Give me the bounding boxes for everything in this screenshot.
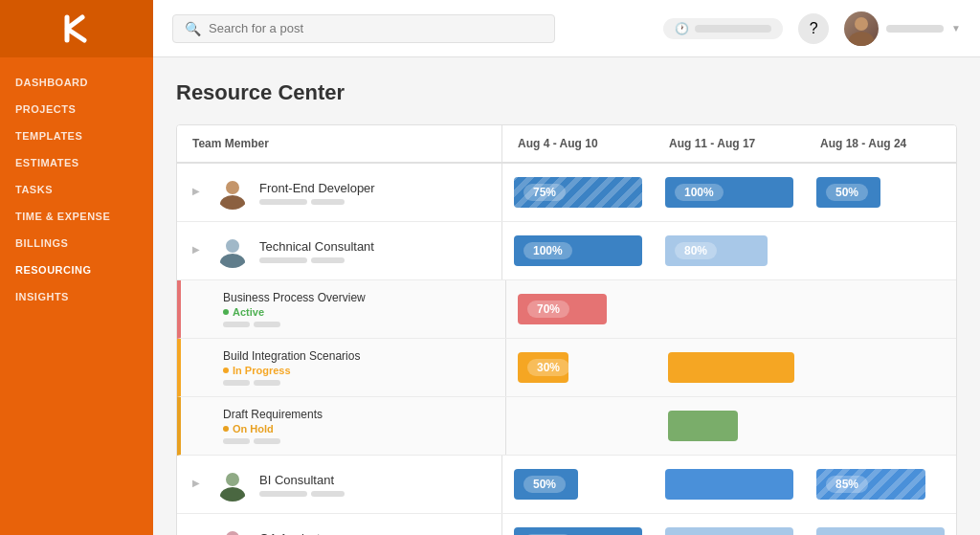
svg-point-3 xyxy=(220,195,245,210)
chevron-down-icon: ▼ xyxy=(951,23,961,33)
question-icon: ? xyxy=(810,20,818,37)
status-badge: In Progress xyxy=(233,365,291,376)
gantt-bar: 85% xyxy=(816,469,925,500)
sidebar-item-estimates[interactable]: ESTIMATES xyxy=(0,149,153,176)
gantt-cell xyxy=(806,280,956,338)
task-sub xyxy=(223,438,490,444)
sidebar-item-templates[interactable]: TEMPLATES xyxy=(0,123,153,149)
member-name: Technical Consultant xyxy=(259,239,486,254)
gantt-bar xyxy=(668,411,738,441)
svg-point-6 xyxy=(226,473,239,486)
status-badge: Active xyxy=(233,306,264,318)
gantt-bar: 50% xyxy=(816,177,880,208)
gantt-cell: 50% xyxy=(805,164,956,221)
task-name: Build Integration Scenarios xyxy=(223,349,490,363)
avatar xyxy=(215,525,250,535)
task-info: Draft RequirementsOn Hold xyxy=(204,408,490,444)
clock-icon: 🕐 xyxy=(675,22,689,35)
pct-badge: 75% xyxy=(523,184,566,201)
sidebar-item-resourcing[interactable]: RESOURCING xyxy=(0,256,153,283)
gantt-cell xyxy=(657,339,807,396)
page-title: Resource Center xyxy=(176,80,957,105)
row-toggle[interactable]: ▶ xyxy=(192,244,206,257)
search-box[interactable]: 🔍 xyxy=(172,14,555,43)
avatar-initials xyxy=(844,11,879,46)
member-cell: ▶Front-End Developer xyxy=(177,164,502,221)
header-cell-1: Aug 4 - Aug 10 xyxy=(502,125,654,162)
gantt-bar: 100% xyxy=(514,527,642,535)
gantt-cell: 80% xyxy=(654,222,805,279)
svg-point-7 xyxy=(220,487,245,502)
main-area: 🔍 🕐 ? ▼ xyxy=(153,0,980,535)
task-status: Active xyxy=(223,306,490,318)
avatar xyxy=(215,467,250,502)
header-cell-3: Aug 18 - Aug 24 xyxy=(805,125,956,162)
topbar: 🔍 🕐 ? ▼ xyxy=(153,0,980,57)
gantt-bar xyxy=(665,527,793,535)
member-cell: Business Process OverviewActive xyxy=(181,280,506,338)
pct-badge: 100% xyxy=(675,184,724,201)
table-row: Business Process OverviewActive70% xyxy=(177,280,956,339)
clock-widget[interactable]: 🕐 xyxy=(663,18,783,39)
gantt-cell xyxy=(657,280,807,338)
gantt-cell xyxy=(805,222,956,279)
member-info: Technical Consultant xyxy=(259,239,486,263)
table-row: ▶BI Consultant50%85% xyxy=(177,456,956,514)
search-icon: 🔍 xyxy=(185,21,201,36)
table-header: Team MemberAug 4 - Aug 10Aug 11 - Aug 17… xyxy=(177,125,956,164)
gantt-bar xyxy=(816,527,945,535)
gantt-cell: 100% xyxy=(654,164,805,221)
svg-point-0 xyxy=(855,17,868,31)
member-sub xyxy=(259,491,486,497)
gantt-cell: 30% xyxy=(506,339,657,396)
table-row: Build Integration ScenariosIn Progress30… xyxy=(177,339,956,397)
gantt-bar xyxy=(668,352,795,383)
logo xyxy=(0,0,153,57)
gantt-bar: 70% xyxy=(518,294,607,324)
user-name-label xyxy=(886,25,944,33)
help-button[interactable]: ? xyxy=(798,13,829,44)
member-cell: ▶Technical Consultant xyxy=(177,222,502,279)
user-menu[interactable]: ▼ xyxy=(844,11,961,46)
table-body: ▶Front-End Developer75%100%50%▶Technical… xyxy=(177,164,956,535)
member-info: BI Consultant xyxy=(259,473,486,497)
member-cell: ▶QA Analyst xyxy=(177,514,502,535)
gantt-cell xyxy=(657,397,807,455)
table-row: ▶QA Analyst100% xyxy=(177,514,956,535)
gantt-bar: 100% xyxy=(665,177,793,208)
row-toggle[interactable]: ▶ xyxy=(192,186,206,199)
gantt-cell: 85% xyxy=(805,456,956,513)
task-info: Business Process OverviewActive xyxy=(204,291,490,327)
member-cell: Draft RequirementsOn Hold xyxy=(181,397,506,455)
sidebar: DASHBOARDPROJECTSTEMPLATESESTIMATESTASKS… xyxy=(0,0,153,535)
table-row: ▶Front-End Developer75%100%50% xyxy=(177,164,956,222)
search-input[interactable] xyxy=(209,21,543,35)
table-row: ▶Technical Consultant100%80% xyxy=(177,222,956,280)
table-row: Draft RequirementsOn Hold xyxy=(177,397,956,456)
gantt-cell xyxy=(654,456,805,513)
gantt-cell: 70% xyxy=(506,280,657,338)
avatar xyxy=(215,234,250,268)
topbar-right: 🕐 ? ▼ xyxy=(663,11,961,46)
member-name: Front-End Developer xyxy=(259,181,486,195)
gantt-bar: 100% xyxy=(514,235,642,266)
sidebar-item-dashboard[interactable]: DASHBOARD xyxy=(0,69,153,96)
member-info: QA Analyst xyxy=(259,531,486,536)
status-badge: On Hold xyxy=(233,423,274,435)
row-toggle[interactable]: ▶ xyxy=(192,478,206,491)
gantt-cell: 100% xyxy=(502,514,654,535)
content-area: Resource Center Team MemberAug 4 - Aug 1… xyxy=(153,57,980,535)
member-cell: ▶BI Consultant xyxy=(177,456,502,513)
sidebar-item-projects[interactable]: PROJECTS xyxy=(0,96,153,123)
task-name: Business Process Overview xyxy=(223,291,490,304)
sidebar-item-tasks[interactable]: TASKS xyxy=(0,176,153,203)
sidebar-item-timeexpense[interactable]: TIME & EXPENSE xyxy=(0,203,153,230)
sidebar-item-billings[interactable]: BILLINGS xyxy=(0,230,153,256)
header-cell-2: Aug 11 - Aug 17 xyxy=(654,125,805,162)
member-name: BI Consultant xyxy=(259,473,486,487)
sidebar-item-insights[interactable]: INSIGHTS xyxy=(0,283,153,310)
gantt-cell: 100% xyxy=(502,222,654,279)
pct-badge: 85% xyxy=(826,476,868,493)
task-sub xyxy=(223,380,490,386)
member-sub xyxy=(259,199,486,205)
